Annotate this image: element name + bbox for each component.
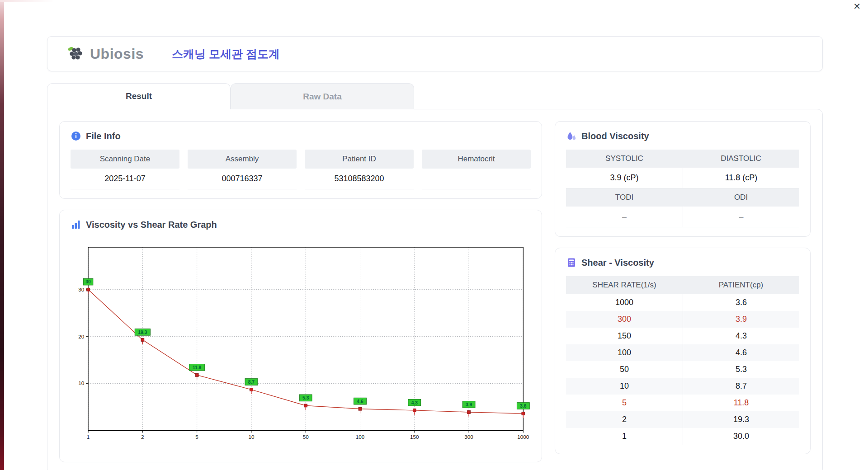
tab-result-label: Result bbox=[126, 91, 152, 101]
app-title: 스캐닝 모세관 점도계 bbox=[172, 47, 280, 61]
viscosity-graph-card: Viscosity vs Shear Rate Graph 1020301251… bbox=[59, 210, 542, 462]
ubiosis-logo: Ubiosis bbox=[66, 46, 144, 62]
shear-viscosity-title: Shear - Viscosity bbox=[581, 258, 654, 268]
svg-text:100: 100 bbox=[356, 434, 365, 440]
svg-text:1: 1 bbox=[87, 434, 90, 440]
tab-raw-data[interactable]: Raw Data bbox=[231, 83, 414, 109]
sv-rows: 1000 3.6 300 3.9 150 4.3 100 bbox=[566, 294, 799, 445]
desktop-top-sliver bbox=[0, 0, 54, 2]
sv-shear-value: 50 bbox=[566, 361, 683, 378]
bv-header-systolic: SYSTOLIC bbox=[566, 150, 683, 168]
svg-text:20: 20 bbox=[78, 334, 85, 339]
sv-patient-value: 3.9 bbox=[683, 311, 799, 328]
sv-patient-value: 3.6 bbox=[683, 294, 799, 311]
field-scanning-date: Scanning Date 2025-11-07 bbox=[71, 150, 179, 189]
blood-viscosity-title: Blood Viscosity bbox=[581, 131, 649, 141]
sv-patient-value: 4.3 bbox=[683, 328, 799, 344]
field-hematocrit: Hematocrit bbox=[422, 150, 531, 189]
main-window: Ubiosis 스캐닝 모세관 점도계 Result Raw Data bbox=[47, 36, 823, 470]
sv-header-patient: PATIENT(cp) bbox=[683, 276, 799, 294]
svg-text:5: 5 bbox=[195, 434, 198, 440]
bv-diastolic-value: 11.8 (cP) bbox=[683, 168, 799, 188]
sv-shear-value: 1000 bbox=[566, 294, 683, 311]
graph-title: Viscosity vs Shear Rate Graph bbox=[86, 220, 217, 230]
sv-header-shear-rate: SHEAR RATE(1/s) bbox=[566, 276, 683, 294]
bar-chart-icon bbox=[71, 219, 81, 230]
field-value: 2025-11-07 bbox=[71, 169, 179, 189]
field-value: 000716337 bbox=[188, 169, 297, 189]
file-info-fields: Scanning Date 2025-11-07 Assembly 000716… bbox=[71, 150, 531, 189]
table-row: 5 11.8 bbox=[566, 395, 799, 411]
table-row: 100 4.6 bbox=[566, 344, 799, 361]
svg-text:1000: 1000 bbox=[517, 434, 529, 440]
sv-patient-value: 30.0 bbox=[683, 428, 799, 445]
bv-odi-value: – bbox=[683, 207, 799, 227]
table-row: 1000 3.6 bbox=[566, 294, 799, 311]
bv-header-odi: ODI bbox=[683, 188, 799, 207]
desktop-background-strip bbox=[0, 0, 4, 470]
sv-patient-value: 11.8 bbox=[683, 395, 799, 411]
window-close-button[interactable]: ✕ bbox=[851, 1, 863, 12]
app-header: Ubiosis 스캐닝 모세관 점도계 bbox=[47, 36, 823, 71]
logo-text: Ubiosis bbox=[90, 46, 144, 62]
bv-systolic-value: 3.9 (cP) bbox=[566, 168, 683, 188]
sv-patient-value: 8.7 bbox=[683, 378, 799, 395]
table-row: 10 8.7 bbox=[566, 378, 799, 395]
field-label: Patient ID bbox=[305, 150, 414, 169]
field-label: Scanning Date bbox=[71, 150, 179, 169]
field-patient-id: Patient ID 53108583200 bbox=[305, 150, 414, 189]
table-row: 150 4.3 bbox=[566, 328, 799, 344]
blood-drop-icon bbox=[566, 131, 577, 141]
sv-shear-value: 150 bbox=[566, 328, 683, 344]
svg-text:11.8: 11.8 bbox=[193, 365, 202, 370]
svg-text:150: 150 bbox=[410, 434, 419, 440]
svg-text:3.9: 3.9 bbox=[466, 402, 472, 407]
svg-text:30: 30 bbox=[85, 280, 91, 285]
sv-header-row: SHEAR RATE(1/s) PATIENT(cp) bbox=[566, 276, 799, 294]
field-label: Hematocrit bbox=[422, 150, 531, 169]
sv-patient-value: 4.6 bbox=[683, 344, 799, 361]
tab-result[interactable]: Result bbox=[47, 83, 231, 109]
sv-patient-value: 19.3 bbox=[683, 411, 799, 428]
svg-text:10: 10 bbox=[78, 381, 85, 386]
sv-shear-value: 100 bbox=[566, 344, 683, 361]
svg-text:5.3: 5.3 bbox=[302, 395, 309, 400]
svg-text:300: 300 bbox=[464, 434, 473, 440]
sv-patient-value: 5.3 bbox=[683, 361, 799, 378]
sv-shear-value: 5 bbox=[566, 395, 683, 411]
field-label: Assembly bbox=[188, 150, 297, 169]
tab-raw-data-label: Raw Data bbox=[303, 92, 342, 102]
tab-bar: Result Raw Data bbox=[47, 83, 823, 109]
file-info-title: File Info bbox=[86, 131, 121, 141]
bv-value-row-1: 3.9 (cP) 11.8 (cP) bbox=[566, 168, 799, 188]
viscosity-chart: 102030125105010015030010003019.311.88.75… bbox=[71, 238, 531, 453]
svg-text:3.6: 3.6 bbox=[520, 404, 527, 409]
table-row: 300 3.9 bbox=[566, 311, 799, 328]
table-row: 2 19.3 bbox=[566, 411, 799, 428]
sv-shear-value: 1 bbox=[566, 428, 683, 445]
svg-text:4.3: 4.3 bbox=[411, 400, 418, 405]
table-row: 1 30.0 bbox=[566, 428, 799, 445]
bv-header-row-2: TODI ODI bbox=[566, 188, 799, 207]
viscosity-chart-svg: 102030125105010015030010003019.311.88.75… bbox=[71, 238, 530, 453]
blood-viscosity-card: Blood Viscosity SYSTOLIC DIASTOLIC 3.9 (… bbox=[555, 121, 811, 237]
result-panel: File Info Scanning Date 2025-11-07 Assem… bbox=[47, 109, 823, 470]
file-info-card: File Info Scanning Date 2025-11-07 Assem… bbox=[59, 121, 542, 199]
info-icon bbox=[71, 131, 81, 141]
field-value: 53108583200 bbox=[305, 169, 414, 189]
svg-text:10: 10 bbox=[248, 434, 255, 440]
bv-value-row-2: – – bbox=[566, 207, 799, 227]
bv-header-todi: TODI bbox=[566, 188, 683, 207]
svg-text:30: 30 bbox=[78, 287, 85, 292]
field-value bbox=[422, 169, 531, 189]
table-row: 50 5.3 bbox=[566, 361, 799, 378]
bv-todi-value: – bbox=[566, 207, 683, 227]
sv-shear-value: 2 bbox=[566, 411, 683, 428]
svg-text:50: 50 bbox=[303, 434, 309, 440]
svg-text:4.6: 4.6 bbox=[357, 399, 363, 404]
svg-text:8.7: 8.7 bbox=[248, 380, 255, 385]
svg-text:19.3: 19.3 bbox=[138, 330, 147, 335]
calculator-grid-icon bbox=[566, 257, 577, 268]
sv-shear-value: 300 bbox=[566, 311, 683, 328]
bv-header-row-1: SYSTOLIC DIASTOLIC bbox=[566, 150, 799, 168]
